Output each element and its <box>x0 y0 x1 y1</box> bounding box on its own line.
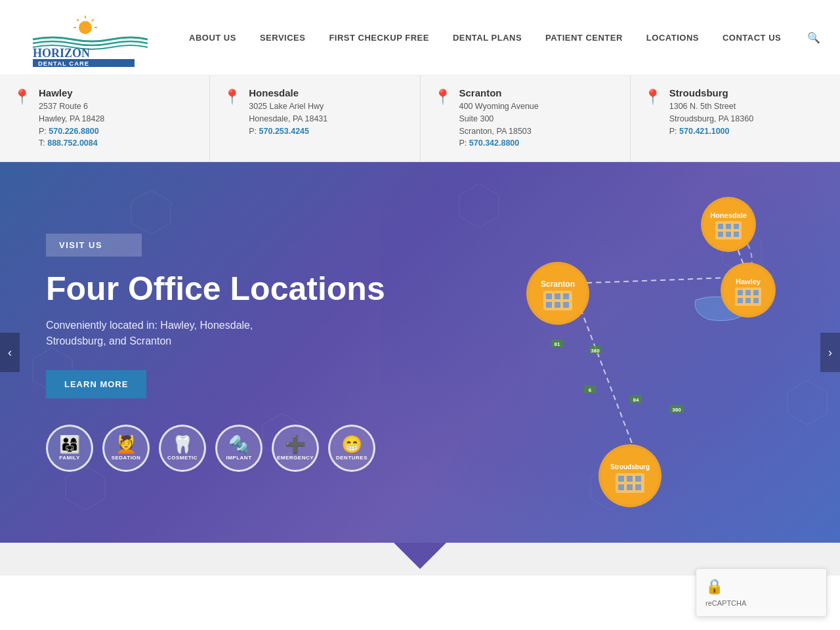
svg-rect-67 <box>635 476 641 482</box>
phone-label-hawley: P: <box>39 127 47 136</box>
location-info-scranton: Scranton 400 Wyoming Avenue Suite 300 Sc… <box>459 87 539 150</box>
service-icon-implant[interactable]: 🔩 IMPLANT <box>215 425 262 472</box>
phone-number-hawley: 570.226.8800 <box>49 127 98 136</box>
svg-rect-49 <box>746 298 751 303</box>
svg-text:Hawley: Hawley <box>736 278 761 285</box>
nav-dental-plans[interactable]: DENTAL PLANS <box>441 33 534 43</box>
cosmetic-emoji: 🦷 <box>172 436 193 453</box>
svg-text:DENTAL CARE: DENTAL CARE <box>38 60 89 67</box>
nav-patient-center[interactable]: PATIENT CENTER <box>534 33 635 43</box>
svg-text:Scranton: Scranton <box>541 280 575 289</box>
svg-rect-35 <box>718 224 723 229</box>
hero-title: Four Office Locations <box>46 271 385 307</box>
svg-text:84: 84 <box>633 397 639 403</box>
nav-about-us[interactable]: ABOUT US <box>177 33 248 43</box>
location-phone-honesdale[interactable]: P: 570.253.4245 <box>249 125 327 138</box>
location-address3-scranton: Scranton, PA 18503 <box>459 125 539 138</box>
service-icons-row: 👨‍👩‍👧 FAMILY 💆 SEDATION 🦷 COSMETIC 🔩 IMP… <box>46 425 385 472</box>
emergency-label: EMERGENCY <box>277 455 314 461</box>
location-stroudsburg[interactable]: 📍 Stroudsburg 1306 N. 5th Street Strouds… <box>631 75 840 161</box>
location-phone-stroudsburg[interactable]: P: 570.421.1000 <box>669 125 753 138</box>
svg-marker-9 <box>131 190 171 234</box>
pin-icon-hawley: 📍 <box>13 89 31 106</box>
location-bar: 📍 Hawley 2537 Route 6 Hawley, PA 18428 P… <box>0 75 840 162</box>
svg-rect-60 <box>563 302 569 308</box>
svg-line-2 <box>92 19 94 21</box>
dentures-emoji: 😁 <box>341 436 362 453</box>
location-info-stroudsburg: Stroudsburg 1306 N. 5th Street Stroudsbu… <box>669 87 753 137</box>
sedation-emoji: 💆 <box>116 436 136 453</box>
svg-text:380: 380 <box>591 348 600 354</box>
svg-rect-46 <box>746 290 751 295</box>
location-address2-honesdale: Honesdale, PA 18431 <box>249 113 327 125</box>
phone-number-stroudsburg: 570.421.1000 <box>679 127 729 136</box>
svg-line-5 <box>77 19 79 21</box>
nav-first-checkup[interactable]: FIRST CHECKUP FREE <box>317 33 441 43</box>
location-phone-hawley[interactable]: P: 570.226.8800 <box>39 125 104 138</box>
location-address1-honesdale: 3025 Lake Ariel Hwy <box>249 100 327 113</box>
location-address1-hawley: 2537 Route 6 <box>39 100 104 113</box>
cosmetic-label: COSMETIC <box>167 455 198 461</box>
svg-rect-40 <box>734 232 739 237</box>
phone-label-honesdale: P: <box>249 127 257 136</box>
svg-rect-58 <box>546 302 552 308</box>
learn-more-button[interactable]: LEARN MORE <box>46 370 146 398</box>
slider-next-button[interactable]: › <box>820 333 840 372</box>
phone-number-honesdale: 570.253.4245 <box>259 127 309 136</box>
slider-prev-button[interactable]: ‹ <box>0 333 20 372</box>
logo[interactable]: HORIZON DENTAL CARE <box>20 8 151 67</box>
pin-icon-honesdale: 📍 <box>223 89 241 106</box>
phone-label-scranton: P: <box>459 138 467 148</box>
location-hawley[interactable]: 📍 Hawley 2537 Route 6 Hawley, PA 18428 P… <box>0 75 210 161</box>
svg-rect-66 <box>627 476 633 482</box>
svg-rect-55 <box>546 293 552 299</box>
service-icon-sedation[interactable]: 💆 SEDATION <box>102 425 150 472</box>
location-tty-hawley: T: 888.752.0084 <box>39 137 104 150</box>
svg-marker-15 <box>66 466 105 510</box>
family-emoji: 👨‍👩‍👧 <box>59 436 80 453</box>
service-icon-cosmetic[interactable]: 🦷 COSMETIC <box>159 425 206 472</box>
nav-locations[interactable]: LOCATIONS <box>635 33 711 43</box>
bottom-arrow-shape <box>394 543 446 569</box>
nav-services[interactable]: SERVICES <box>248 33 318 43</box>
location-city-honesdale: Honesdale <box>249 87 327 98</box>
hero-section: VISIT US Four Office Locations Convenien… <box>0 162 840 543</box>
svg-text:380: 380 <box>672 407 681 413</box>
svg-rect-37 <box>734 224 739 229</box>
visit-us-label: VISIT US <box>46 234 142 257</box>
implant-label: IMPLANT <box>226 455 251 461</box>
service-icon-emergency[interactable]: ➕ EMERGENCY <box>272 425 319 472</box>
service-icon-dentures[interactable]: 😁 DENTURES <box>328 425 375 472</box>
location-honesdale[interactable]: 📍 Honesdale 3025 Lake Ariel Hwy Honesdal… <box>210 75 420 161</box>
svg-text:81: 81 <box>555 341 560 347</box>
svg-text:Stroudsburg: Stroudsburg <box>610 463 650 471</box>
tty-number-hawley: 888.752.0084 <box>47 138 97 148</box>
location-scranton[interactable]: 📍 Scranton 400 Wyoming Avenue Suite 300 … <box>421 75 631 161</box>
recaptcha-notice: 🔒 reCAPTCHA <box>696 568 827 576</box>
location-city-hawley: Hawley <box>39 87 104 98</box>
svg-point-0 <box>79 21 92 34</box>
svg-rect-47 <box>753 290 759 295</box>
location-address2-hawley: Hawley, PA 18428 <box>39 113 104 125</box>
hero-subtitle: Conveniently located in: Hawley, Honesda… <box>46 318 385 349</box>
emergency-emoji: ➕ <box>285 436 306 453</box>
svg-rect-50 <box>753 298 759 303</box>
svg-rect-68 <box>618 484 624 490</box>
location-info-hawley: Hawley 2537 Route 6 Hawley, PA 18428 P: … <box>39 87 104 150</box>
site-header: HORIZON DENTAL CARE ABOUT US SERVICES FI… <box>0 0 840 75</box>
location-address1-stroudsburg: 1306 N. 5th Street <box>669 100 753 113</box>
main-nav: ABOUT US SERVICES FIRST CHECKUP FREE DEN… <box>177 33 801 43</box>
sedation-label: SEDATION <box>112 455 141 461</box>
svg-rect-36 <box>726 224 731 229</box>
svg-rect-56 <box>555 293 560 299</box>
nav-contact-us[interactable]: CONTACT US <box>711 33 793 43</box>
svg-text:6: 6 <box>589 387 592 393</box>
service-icon-family[interactable]: 👨‍👩‍👧 FAMILY <box>46 425 93 472</box>
search-icon[interactable]: 🔍 <box>801 32 820 44</box>
family-label: FAMILY <box>59 455 80 461</box>
tty-label-hawley: T: <box>39 138 45 148</box>
svg-rect-48 <box>738 298 743 303</box>
location-phone-scranton[interactable]: P: 570.342.8800 <box>459 137 539 150</box>
dentures-label: DENTURES <box>336 455 368 461</box>
phone-number-scranton: 570.342.8800 <box>469 138 519 148</box>
